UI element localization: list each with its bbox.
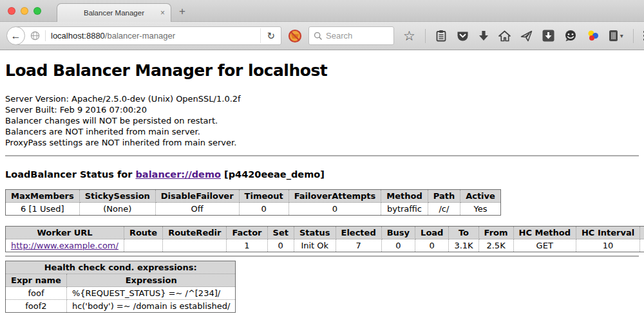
status-heading-suffix: [p4420eeae_demo] bbox=[221, 169, 325, 180]
bookmark-star-icon[interactable]: ☆ bbox=[403, 30, 415, 42]
col-routeredir: RouteRedir bbox=[163, 227, 227, 239]
val-worker-url: http://www.example.com/ bbox=[6, 239, 124, 252]
table-row: foof2 hc('body') =~ /domain is establish… bbox=[6, 300, 236, 313]
val-expression: hc('body') =~ /domain is established/ bbox=[66, 300, 236, 313]
dropdown-caret-icon[interactable]: ▾ bbox=[620, 32, 623, 39]
worker-table: Worker URL Route RouteRedir Factor Set S… bbox=[5, 226, 644, 252]
adblock-disabled-icon[interactable] bbox=[288, 29, 302, 43]
val-expression: %{REQUEST_STATUS} =~ /^[234]/ bbox=[66, 287, 236, 300]
window-controls bbox=[8, 7, 41, 15]
reload-icon[interactable]: ↻ bbox=[260, 28, 281, 43]
col-expr-name: Expr name bbox=[6, 274, 67, 287]
val-busy: 0 bbox=[381, 239, 415, 252]
table-header-row: Expr name Expression bbox=[6, 274, 236, 287]
col-status: Status bbox=[294, 227, 336, 239]
table-row: http://www.example.com/ 1 0 Init Ok 7 0 … bbox=[6, 239, 644, 252]
download-box-icon[interactable] bbox=[542, 30, 554, 42]
tab-title: Balancer Manager bbox=[84, 9, 144, 17]
val-timeout: 0 bbox=[239, 203, 289, 216]
home-icon[interactable] bbox=[498, 30, 511, 42]
val-expr-name: foof bbox=[6, 287, 67, 300]
val-maxmembers: 6 [1 Used] bbox=[6, 203, 80, 216]
balancer-demo-link[interactable]: balancer://demo bbox=[135, 169, 221, 180]
colored-dots-icon[interactable] bbox=[587, 30, 599, 42]
health-check-table: Health check cond. expressions: Expr nam… bbox=[5, 261, 236, 313]
val-disablefailover: Off bbox=[155, 203, 239, 216]
health-table-title: Health check cond. expressions: bbox=[6, 261, 236, 274]
tab-balancer-manager[interactable]: Balancer Manager × bbox=[57, 3, 171, 22]
col-set: Set bbox=[267, 227, 294, 239]
val-method: bytraffic bbox=[381, 203, 428, 216]
toolbar-icons: ☆ bbox=[403, 29, 644, 43]
server-info: Server Version: Apache/2.5.0-dev (Unix) … bbox=[5, 93, 639, 148]
val-load: 0 bbox=[415, 239, 449, 252]
val-expr-name: foof2 bbox=[6, 300, 67, 313]
table-title-row: Health check cond. expressions: bbox=[6, 261, 236, 274]
col-worker-url: Worker URL bbox=[6, 227, 124, 239]
url-separator bbox=[45, 30, 46, 41]
back-button[interactable]: ← bbox=[6, 26, 25, 45]
notice-persist: Balancer changes will NOT be persisted o… bbox=[5, 115, 639, 126]
table-row: foof %{REQUEST_STATUS} =~ /^[234]/ bbox=[6, 287, 236, 300]
search-input[interactable] bbox=[326, 31, 384, 41]
col-route: Route bbox=[124, 227, 162, 239]
container-icon[interactable]: ▾ bbox=[609, 30, 623, 42]
table-header-row: Worker URL Route RouteRedir Factor Set S… bbox=[6, 227, 644, 239]
val-passes: 1 (0) bbox=[640, 239, 644, 252]
close-window-button[interactable] bbox=[8, 7, 15, 15]
downloads-icon[interactable] bbox=[478, 30, 489, 42]
smiley-icon[interactable] bbox=[564, 30, 577, 42]
val-elected: 7 bbox=[336, 239, 381, 252]
worker-url-link[interactable]: http://www.example.com/ bbox=[11, 241, 118, 250]
val-hc-method: GET bbox=[513, 239, 576, 252]
server-version: Server Version: Apache/2.5.0-dev (Unix) … bbox=[5, 93, 639, 104]
val-stickysession: (None) bbox=[79, 203, 155, 216]
col-method: Method bbox=[381, 190, 428, 203]
zoom-window-button[interactable] bbox=[33, 7, 41, 15]
navigation-toolbar: ← localhost:8880/balancer-manager ↻ bbox=[0, 22, 644, 50]
divider bbox=[5, 155, 639, 156]
col-load: Load bbox=[415, 227, 449, 239]
status-heading-prefix: LoadBalancer Status for bbox=[5, 169, 135, 180]
col-from: From bbox=[478, 227, 513, 239]
val-active: Yes bbox=[460, 203, 501, 216]
url-path: /balancer-manager bbox=[105, 31, 175, 41]
send-icon[interactable] bbox=[520, 30, 533, 42]
url-text[interactable]: localhost:8880/balancer-manager bbox=[51, 31, 260, 41]
val-routeredir bbox=[163, 239, 227, 252]
search-bar[interactable] bbox=[308, 26, 394, 45]
toolbar-separator bbox=[425, 29, 426, 43]
val-route bbox=[124, 239, 162, 252]
pocket-icon[interactable] bbox=[457, 30, 469, 42]
val-failoverattempts: 0 bbox=[289, 203, 381, 216]
col-busy: Busy bbox=[381, 227, 415, 239]
val-hc-interval: 10 bbox=[576, 239, 639, 252]
col-maxmembers: MaxMembers bbox=[6, 190, 80, 203]
col-disablefailover: DisableFailover bbox=[155, 190, 239, 203]
toolbar-separator bbox=[633, 29, 634, 43]
new-tab-button[interactable]: + bbox=[179, 5, 185, 18]
val-from: 2.5K bbox=[478, 239, 513, 252]
col-hc-interval: HC Interval bbox=[576, 227, 639, 239]
balancer-settings-table: MaxMembers StickySession DisableFailover… bbox=[5, 189, 501, 216]
tab-bar: Balancer Manager × + bbox=[0, 0, 644, 22]
col-failoverattempts: FailoverAttempts bbox=[289, 190, 381, 203]
minimize-window-button[interactable] bbox=[21, 7, 28, 15]
notice-balancers: Balancers are NOT inherited from main se… bbox=[5, 126, 639, 137]
col-path: Path bbox=[428, 190, 460, 203]
val-factor: 1 bbox=[227, 239, 267, 252]
search-icon bbox=[314, 32, 323, 41]
col-passes: Passes bbox=[640, 227, 644, 239]
status-heading: LoadBalancer Status for balancer://demo … bbox=[5, 169, 639, 180]
col-elected: Elected bbox=[336, 227, 381, 239]
col-factor: Factor bbox=[227, 227, 267, 239]
notice-proxypass: ProxyPass settings are NOT inherited fro… bbox=[5, 137, 639, 148]
url-bar[interactable]: localhost:8880/balancer-manager ↻ bbox=[15, 26, 281, 45]
col-active: Active bbox=[460, 190, 501, 203]
tab-close-icon[interactable]: × bbox=[160, 8, 165, 17]
col-stickysession: StickySession bbox=[79, 190, 155, 203]
table-header-row: MaxMembers StickySession DisableFailover… bbox=[6, 190, 501, 203]
clipboard-icon[interactable] bbox=[435, 30, 447, 42]
server-built: Server Built: Feb 9 2016 07:00:20 bbox=[5, 104, 639, 115]
val-set: 0 bbox=[267, 239, 294, 252]
